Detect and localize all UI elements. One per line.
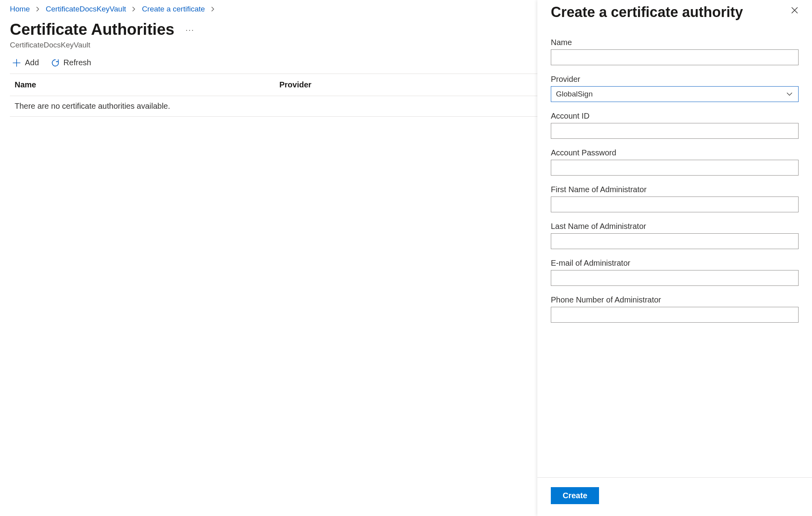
field-admin-email: E-mail of Administrator: [551, 259, 799, 286]
panel-header: Create a certificate authority: [537, 0, 812, 21]
label-admin-last-name: Last Name of Administrator: [551, 222, 799, 231]
field-name: Name: [551, 38, 799, 65]
chevron-right-icon: [211, 5, 215, 13]
chevron-down-icon: [781, 91, 798, 97]
input-admin-first-name[interactable]: [551, 197, 799, 212]
panel-body: Name Provider GlobalSign Account ID Acco…: [537, 21, 812, 477]
close-icon: [791, 9, 799, 15]
label-account-password: Account Password: [551, 148, 799, 157]
select-provider[interactable]: GlobalSign: [551, 86, 799, 102]
input-account-id[interactable]: [551, 123, 799, 139]
label-provider: Provider: [551, 75, 799, 84]
breadcrumb-create-cert[interactable]: Create a certificate: [142, 5, 205, 13]
label-name: Name: [551, 38, 799, 47]
label-account-id: Account ID: [551, 112, 799, 121]
page-title: Certificate Authorities: [10, 21, 174, 38]
select-provider-value: GlobalSign: [551, 90, 781, 98]
close-button[interactable]: [788, 4, 801, 17]
add-button[interactable]: Add: [12, 58, 39, 67]
field-provider: Provider GlobalSign: [551, 75, 799, 102]
panel-footer: Create: [537, 477, 812, 516]
breadcrumb-keyvault[interactable]: CertificateDocsKeyVault: [46, 5, 126, 13]
chevron-right-icon: [132, 5, 136, 13]
input-account-password[interactable]: [551, 160, 799, 176]
field-admin-last-name: Last Name of Administrator: [551, 222, 799, 249]
refresh-button[interactable]: Refresh: [51, 58, 91, 67]
label-admin-email: E-mail of Administrator: [551, 259, 799, 268]
create-ca-panel: Create a certificate authority Name Prov…: [537, 0, 812, 516]
field-account-password: Account Password: [551, 148, 799, 176]
input-admin-email[interactable]: [551, 270, 799, 286]
breadcrumb-home[interactable]: Home: [10, 5, 30, 13]
chevron-right-icon: [36, 5, 40, 13]
more-icon[interactable]: ···: [185, 26, 194, 34]
field-account-id: Account ID: [551, 112, 799, 139]
create-button[interactable]: Create: [551, 487, 599, 504]
add-button-label: Add: [25, 58, 39, 67]
input-admin-last-name[interactable]: [551, 233, 799, 249]
refresh-icon: [51, 59, 60, 67]
plus-icon: [12, 59, 21, 67]
panel-title: Create a certificate authority: [551, 4, 743, 21]
col-header-name[interactable]: Name: [15, 80, 279, 89]
field-admin-phone: Phone Number of Administrator: [551, 295, 799, 323]
field-admin-first-name: First Name of Administrator: [551, 185, 799, 212]
refresh-button-label: Refresh: [64, 58, 91, 67]
input-name[interactable]: [551, 49, 799, 65]
label-admin-phone: Phone Number of Administrator: [551, 295, 799, 304]
label-admin-first-name: First Name of Administrator: [551, 185, 799, 194]
input-admin-phone[interactable]: [551, 307, 799, 323]
